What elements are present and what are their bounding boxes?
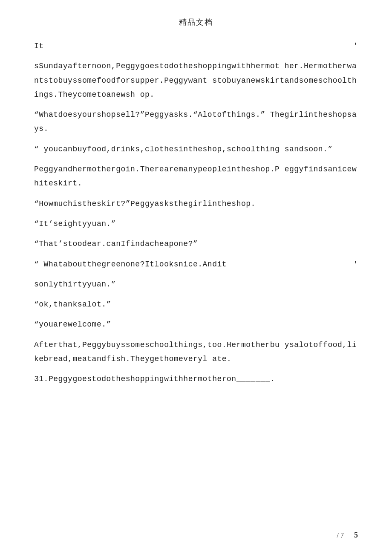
- paragraph-p5: Peggyandhermothergoin.Therearemanypeople…: [34, 162, 358, 191]
- paragraph-right: ': [353, 39, 358, 53]
- paragraph-p6: “Howmuchistheskirt?”Peggyasksthegirlinth…: [34, 197, 358, 211]
- paragraph-p13: 31.Peggygoestodotheshoppingwithhermother…: [34, 372, 358, 386]
- paragraph-p11: “youarewelcome.”: [34, 318, 358, 332]
- paragraph-p9: “ Whataboutthegreenone?Itlooksnice.Andit…: [34, 257, 358, 272]
- page-container: 精品文档 It ' sSundayafternoon,Peggygoestodo…: [0, 0, 392, 555]
- paragraph-p9b: sonlythirtyyuan.”: [34, 278, 358, 292]
- paragraph-p2: sSundayafternoon,Peggygoestodotheshoppin…: [34, 59, 358, 102]
- paragraph-p7: “It’seightyyuan.”: [34, 217, 358, 231]
- paragraph-left: It: [34, 39, 44, 53]
- paragraph-p1: It ': [34, 39, 358, 53]
- page-title: 精品文档: [34, 17, 358, 27]
- page-number: 5: [354, 531, 358, 539]
- paragraph-p3: “Whatdoesyourshopsell?”Peggyasks.“Alotof…: [34, 108, 358, 136]
- paragraph-left: “ Whataboutthegreenone?Itlooksnice.Andit: [34, 257, 227, 272]
- footer: / 7 5: [337, 531, 358, 540]
- paragraph-right: ': [353, 257, 358, 272]
- footer-slash: / 7: [337, 532, 344, 539]
- paragraph-p4: “ youcanbuyfood,drinks,clothesintheshop,…: [34, 142, 358, 156]
- paragraph-p10: “ok,thanksalot.”: [34, 298, 358, 312]
- paragraph-p8: “That’stoodear.canIfindacheapone?”: [34, 237, 358, 251]
- paragraph-p12: Afterthat,Peggybuyssomeschoolthings,too.…: [34, 338, 358, 367]
